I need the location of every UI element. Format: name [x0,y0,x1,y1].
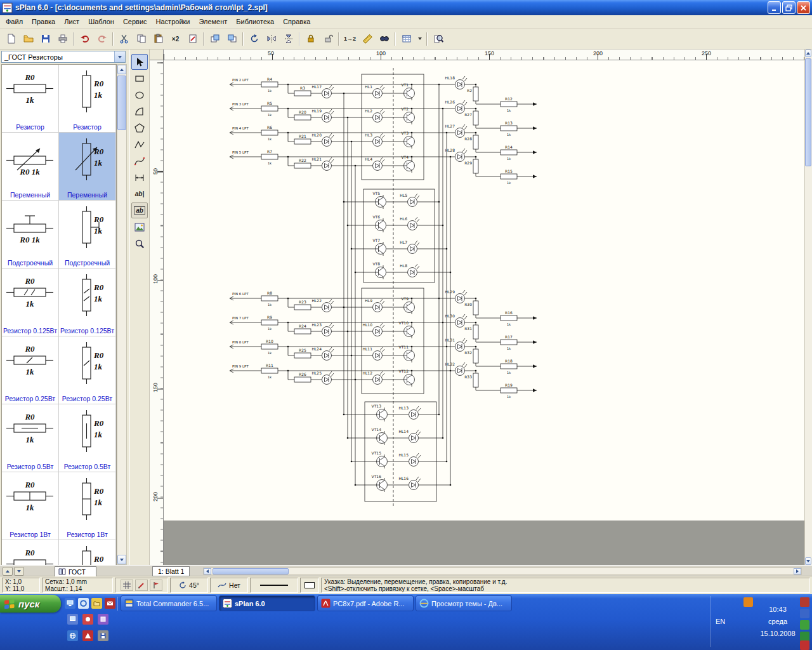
library-cell-7[interactable]: R01kРезистор 0.125Вт [2,269,59,336]
vertical-scrollbar[interactable] [804,50,812,565]
tool-polyline[interactable] [131,136,148,152]
sheet-tab[interactable]: 1: Blatt 1 [152,566,190,576]
clock[interactable]: 10:43 среда 15.10.2008 [756,604,799,640]
restore-button[interactable] [782,1,796,14]
tool-select[interactable] [131,54,148,70]
taskbar-task-2[interactable]: sPlan 6.0 [219,595,315,611]
schematic-canvas[interactable]: PIN 2 LPTR41kR3HL17HL1VT1HL18R2R121kPIN … [164,60,804,565]
cut-button[interactable] [116,32,132,46]
lock-button[interactable] [303,32,318,46]
menu-item-3[interactable]: Лист [60,16,84,27]
scroll-up-button[interactable] [117,65,126,74]
library-cell-16[interactable]: R0 [59,540,116,565]
tool-dimension[interactable] [131,169,148,185]
pen-button[interactable] [135,580,148,591]
minimize-button[interactable] [768,1,781,14]
quicklaunch-icon-6[interactable] [82,614,93,625]
scroll-right-button[interactable] [794,568,801,574]
grid-table-dropdown[interactable] [416,32,424,46]
tool-zoom[interactable] [131,235,148,251]
curve-panel[interactable]: Нет [210,578,248,593]
library-tab-gost[interactable]: ГОСТ [55,566,96,576]
tray-icon-1[interactable] [800,597,809,607]
quicklaunch-icon-9[interactable] [82,630,93,641]
flip-horizontal-button[interactable] [263,32,279,46]
tray-icon-2[interactable] [800,609,809,618]
grid-toggle-button[interactable] [121,580,133,591]
quicklaunch-icon-4[interactable] [105,598,115,609]
flag-button[interactable] [150,580,162,591]
library-cell-13[interactable]: R01kРезистор 1Вт [2,472,59,540]
bring-front-button[interactable] [207,32,223,46]
angle-panel[interactable]: 45° [170,578,208,593]
menu-item-2[interactable]: Правка [27,16,60,27]
tool-textbox[interactable]: ab [131,202,148,218]
renumber-button[interactable]: 1→2 [342,32,358,46]
tool-arc[interactable] [131,103,148,119]
library-dropdown[interactable]: _ГОСТ Резисторы [1,51,126,63]
scroll-down-button[interactable] [117,555,126,564]
quicklaunch-icon-7[interactable] [98,614,108,625]
quicklaunch-icon-1[interactable] [65,598,75,609]
rotate-button[interactable] [246,32,262,46]
menu-item-8[interactable]: Библиотека [232,16,278,27]
open-button[interactable] [20,32,36,46]
library-cell-11[interactable]: R01kРезистор 0.5Вт [2,404,59,472]
scroll-down-button[interactable] [805,557,811,565]
close-button[interactable] [797,1,810,14]
menu-item-9[interactable]: Справка [278,16,315,27]
edit-button[interactable] [185,32,200,46]
tool-polygon[interactable] [131,120,148,136]
scrollbar-thumb[interactable] [805,58,811,166]
new-button[interactable] [3,32,19,46]
grid-table-button[interactable] [398,32,414,46]
quicklaunch-icon-10[interactable] [98,630,108,641]
library-cell-12[interactable]: R01kРезистор 0.5Вт [59,404,116,472]
library-cell-9[interactable]: R01kРезистор 0.25Вт [2,336,59,404]
tray-icon-3[interactable] [800,620,809,630]
quicklaunch-icon-3[interactable] [91,598,102,609]
print-button[interactable] [55,32,70,46]
taskbar-task-3[interactable]: PC8x7.pdf - Adobe R... [317,595,414,611]
horizontal-scrollbar[interactable] [203,567,802,575]
flip-vertical-button[interactable] [280,32,296,46]
library-dropdown-button[interactable] [114,51,125,62]
menu-item-4[interactable]: Шаблон [84,16,119,27]
library-prev-button[interactable] [3,567,13,576]
library-cell-6[interactable]: R01kПодстроечный [59,201,116,269]
tool-ellipse[interactable] [131,87,148,103]
unlock-button[interactable] [320,32,336,46]
scroll-up-button[interactable] [805,50,811,57]
start-button[interactable]: пуск [0,595,61,613]
tool-image[interactable] [131,219,148,235]
quicklaunch-icon-5[interactable] [67,614,78,625]
library-cell-4[interactable]: R01kПеременный [59,133,116,201]
taskbar-task-1[interactable]: Total Commander 6.5... [121,595,217,611]
quicklaunch-icon-2[interactable] [78,598,89,609]
tool-rectangle[interactable] [131,70,148,86]
find-button[interactable] [376,32,392,46]
library-next-button[interactable] [14,567,24,576]
tool-text[interactable]: ab| [131,186,148,202]
quicklaunch-icon-8[interactable] [67,630,78,641]
send-back-button[interactable] [224,32,240,46]
redo-button[interactable] [94,32,110,46]
zoom-page-button[interactable] [430,32,446,46]
library-cell-3[interactable]: R0 1kПеременный [2,133,59,201]
library-cell-5[interactable]: R0 1kПодстроечный [2,201,59,269]
scrollbar-thumb[interactable] [213,568,289,574]
library-cell-1[interactable]: R01kРезистор [2,65,59,133]
library-cell-14[interactable]: R01kРезистор 1Вт [59,472,116,540]
library-cell-8[interactable]: R01kРезистор 0.125Вт [59,269,116,336]
menu-item-6[interactable]: Настройки [152,16,195,27]
tool-bezier[interactable] [131,153,148,169]
line-style-panel[interactable] [250,578,298,593]
paste-button[interactable] [150,32,166,46]
save-button[interactable] [37,32,53,46]
language-indicator[interactable]: EN [716,618,725,625]
fill-style-panel[interactable] [300,578,319,593]
tray-icon-5[interactable] [800,640,809,650]
library-scrollbar[interactable] [117,64,127,565]
scale-x2-button[interactable]: ×2 [167,32,183,46]
measure-button[interactable] [359,32,375,46]
